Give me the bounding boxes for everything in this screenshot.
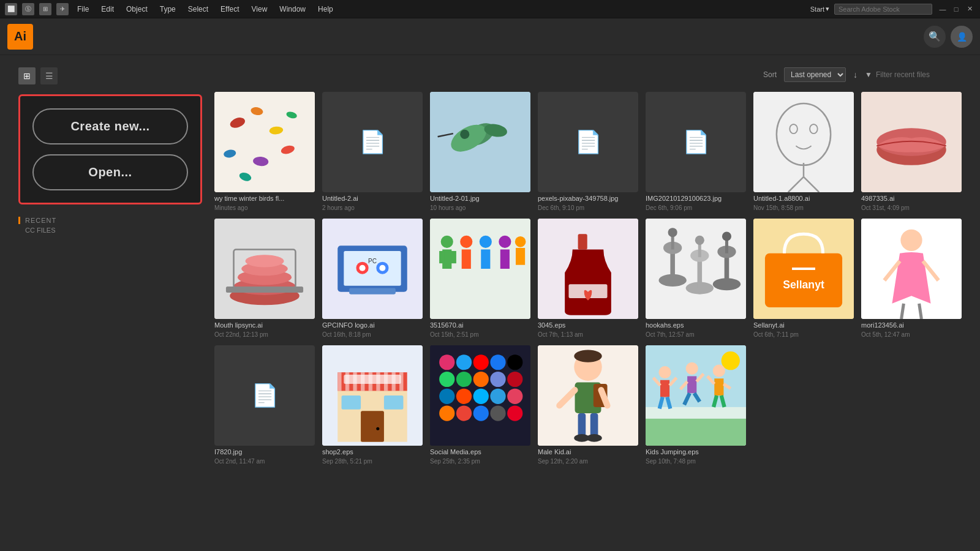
list-item[interactable]: 📄 Untitled-2.ai 2 hours ago: [322, 92, 423, 211]
list-item[interactable]: Sellanyt Sellanyt.ai Oct 6th, 7:11 pm: [753, 219, 854, 338]
search-button[interactable]: 🔍: [924, 26, 946, 48]
file-name: Mouth lipsync.ai: [214, 321, 315, 329]
action-box: Create new... Open...: [18, 94, 202, 204]
list-item[interactable]: 📄 pexels-pixabay-349758.jpg Dec 6th, 9:1…: [538, 92, 638, 211]
list-item[interactable]: Social Media.eps Sep 25th, 2:35 pm: [430, 345, 530, 465]
svg-point-39: [360, 265, 366, 271]
list-item[interactable]: shop2.eps Sep 28th, 5:21 pm: [322, 345, 423, 465]
menu-edit[interactable]: Edit: [97, 4, 118, 15]
file-name: Untitled-2-01.jpg: [430, 195, 530, 202]
list-item[interactable]: wy time winter birds fl... Minutes ago: [214, 92, 315, 211]
list-item[interactable]: 3045.eps Oct 7th, 1:13 am: [538, 219, 638, 338]
sort-select[interactable]: Last opened: [784, 67, 846, 82]
svg-point-140: [713, 365, 725, 377]
menu-object[interactable]: Object: [123, 4, 151, 15]
list-view-button[interactable]: ☰: [40, 67, 58, 84]
close-button[interactable]: ✕: [964, 4, 975, 15]
svg-rect-50: [481, 249, 490, 269]
menu-window[interactable]: Window: [276, 4, 309, 15]
svg-point-109: [439, 405, 454, 421]
open-button[interactable]: Open...: [32, 154, 188, 190]
maximize-button[interactable]: □: [951, 4, 962, 15]
list-item[interactable]: mori123456.ai Oct 5th, 12:47 am: [861, 219, 962, 338]
profile-button[interactable]: 👤: [951, 26, 973, 48]
svg-point-94: [439, 354, 454, 370]
svg-point-113: [507, 405, 522, 421]
list-item[interactable]: Mouth lipsync.ai Oct 22nd, 12:13 pm: [214, 219, 315, 338]
menu-select[interactable]: Select: [184, 4, 212, 15]
search-stock-input[interactable]: [834, 4, 932, 15]
start-dropdown[interactable]: Start ▾: [810, 5, 829, 13]
menu-view[interactable]: View: [248, 4, 271, 15]
menu-help[interactable]: Help: [314, 4, 337, 15]
list-item[interactable]: Kids Jumping.eps Sep 10th, 7:48 pm: [646, 345, 746, 465]
file-date: Oct 31st, 4:09 pm: [861, 204, 962, 211]
svg-point-128: [658, 366, 671, 378]
menu-type[interactable]: Type: [156, 4, 179, 15]
document-icon: 📄: [682, 129, 710, 155]
list-item[interactable]: 📄 I7820.jpg Oct 2nd, 11:47 am: [214, 345, 315, 465]
file-name: pexels-pixabay-349758.jpg: [538, 195, 638, 202]
file-thumbnail: [430, 345, 530, 446]
file-name: 4987335.ai: [861, 195, 962, 202]
icon-panel1[interactable]: ⬜: [5, 3, 17, 15]
list-item[interactable]: Male Kid.ai Sep 12th, 2:20 am: [538, 345, 638, 465]
file-date: Sep 25th, 2:35 pm: [430, 458, 530, 465]
svg-point-78: [900, 230, 922, 251]
svg-point-96: [473, 354, 489, 370]
icon-panel3[interactable]: ⊞: [39, 3, 51, 15]
svg-point-104: [439, 389, 454, 404]
left-panel: ⊞ ☰ Create new... Open... RECENT CC FILE…: [18, 67, 202, 539]
svg-rect-45: [439, 251, 445, 263]
svg-point-134: [686, 362, 698, 375]
file-thumbnail: [538, 345, 638, 446]
menu-file[interactable]: File: [74, 4, 92, 15]
menu-effect[interactable]: Effect: [217, 4, 243, 15]
svg-point-99: [439, 372, 454, 387]
view-controls: ⊞ ☰: [18, 67, 202, 84]
list-item[interactable]: PC GPCINFO logo.ai Oct 16th, 8:18 pm: [322, 219, 423, 338]
icon-panel2[interactable]: Ⓢ: [22, 3, 34, 15]
app-icon-bar: Ai 🔍 👤: [0, 18, 980, 55]
file-thumbnail: 📄: [538, 92, 638, 192]
file-date: Oct 5th, 12:47 am: [861, 331, 962, 338]
svg-rect-32: [226, 287, 303, 293]
list-item[interactable]: 📄 IMG20210129100623.jpg Dec 6th, 9:06 pm: [646, 92, 746, 211]
svg-point-110: [456, 405, 472, 421]
svg-point-97: [490, 354, 505, 370]
file-thumbnail: 📄: [214, 345, 315, 446]
svg-rect-146: [646, 419, 746, 446]
icon-panel4[interactable]: ✈: [56, 3, 69, 15]
svg-rect-88: [361, 411, 384, 441]
svg-point-30: [245, 255, 284, 267]
sort-direction-icon[interactable]: ↓: [853, 70, 858, 80]
list-item[interactable]: hookahs.eps Oct 7th, 12:57 am: [646, 219, 746, 338]
file-thumbnail: [646, 219, 746, 319]
list-item[interactable]: 3515670.ai Oct 15th, 2:51 pm: [430, 219, 530, 338]
file-date: Sep 28th, 5:21 pm: [322, 458, 423, 465]
grid-view-button[interactable]: ⊞: [18, 67, 36, 84]
svg-rect-90: [342, 395, 361, 410]
svg-point-100: [456, 372, 472, 387]
filter-input[interactable]: [876, 70, 962, 79]
svg-point-103: [507, 372, 522, 387]
minimize-button[interactable]: —: [937, 4, 948, 15]
file-name: Kids Jumping.eps: [646, 448, 746, 455]
file-thumbnail: [861, 92, 962, 192]
file-name: IMG20210129100623.jpg: [646, 195, 746, 202]
file-thumbnail: [430, 92, 530, 192]
file-date: Sep 10th, 7:48 pm: [646, 458, 746, 465]
list-item[interactable]: Untitled-1.a8800.ai Nov 15th, 8:58 pm: [753, 92, 854, 211]
list-item[interactable]: Untitled-2-01.jpg 10 hours ago: [430, 92, 530, 211]
svg-rect-0: [214, 92, 315, 192]
svg-point-73: [722, 231, 731, 241]
svg-rect-60: [670, 249, 675, 280]
file-date: Oct 15th, 2:51 pm: [430, 331, 530, 338]
svg-point-95: [456, 354, 472, 370]
files-grid: wy time winter birds fl... Minutes ago 📄…: [214, 92, 962, 465]
svg-rect-141: [714, 378, 723, 395]
main-content: ⊞ ☰ Create new... Open... RECENT CC FILE…: [0, 55, 980, 551]
list-item[interactable]: 4987335.ai Oct 31st, 4:09 pm: [861, 92, 962, 211]
file-date: Oct 2nd, 11:47 am: [214, 458, 315, 465]
create-new-button[interactable]: Create new...: [32, 108, 188, 144]
